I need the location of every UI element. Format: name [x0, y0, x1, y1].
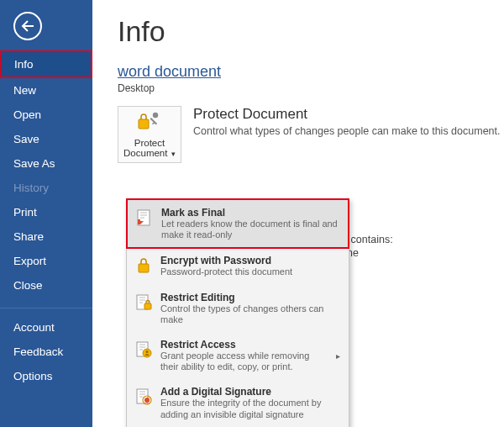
dropdown-item-signature[interactable]: Add a Digital SignatureEnsure the integr…	[127, 379, 349, 426]
nav-footer: AccountFeedbackOptions	[0, 315, 92, 388]
dropdown-item-title: Encrypt with Password	[160, 255, 292, 266]
svg-rect-5	[138, 219, 140, 224]
nav-primary: InfoNewOpenSaveSave AsHistoryPrintShareE…	[0, 50, 92, 298]
protect-document-section: ProtectDocument ▾ Protect Document Contr…	[118, 106, 504, 163]
sidebar-item-save[interactable]: Save	[0, 127, 92, 151]
dropdown-item-title: Restrict Editing	[160, 292, 340, 303]
backstage-view: InfoNewOpenSaveSave AsHistoryPrintShareE…	[0, 0, 504, 427]
dropdown-item-restrict-access[interactable]: Restrict AccessGrant people access while…	[127, 332, 349, 379]
sidebar-item-new[interactable]: New	[0, 78, 92, 103]
dropdown-item-title: Mark as Final	[161, 207, 339, 219]
encrypt-icon	[134, 255, 154, 277]
sidebar-item-saveas[interactable]: Save As	[0, 151, 92, 176]
lock-shield-icon	[137, 110, 162, 134]
protect-heading: Protect Document	[193, 106, 501, 123]
dropdown-item-desc: Ensure the integrity of the document by …	[160, 398, 340, 419]
protect-desc: Control what types of changes people can…	[193, 125, 501, 137]
sidebar-item-history: History	[0, 176, 92, 200]
arrow-left-icon	[21, 20, 34, 32]
dropdown-item-desc: Password-protect this document	[160, 266, 292, 277]
document-location: Desktop	[118, 82, 504, 94]
dropdown-item-title: Restrict Access	[160, 339, 329, 351]
dropdown-item-mark-final[interactable]: Mark as FinalLet readers know the docume…	[126, 198, 349, 249]
chevron-right-icon: ▸	[336, 351, 340, 361]
sidebar-item-open[interactable]: Open	[0, 103, 92, 127]
sidebar-item-options[interactable]: Options	[0, 364, 92, 388]
protect-document-dropdown: Mark as FinalLet readers know the docume…	[126, 198, 349, 427]
mark-final-icon	[134, 207, 155, 240]
sidebar-item-print[interactable]: Print	[0, 200, 92, 224]
sidebar-item-close[interactable]: Close	[0, 273, 92, 298]
back-button[interactable]	[13, 12, 42, 40]
sidebar-item-share[interactable]: Share	[0, 224, 92, 249]
svg-point-11	[145, 351, 148, 353]
restrict-edit-icon	[134, 292, 154, 325]
dropdown-item-desc: Let readers know the document is final a…	[161, 219, 339, 240]
svg-rect-6	[139, 264, 149, 272]
dropdown-item-restrict-edit[interactable]: Restrict EditingControl the types of cha…	[127, 285, 349, 332]
sidebar-item-account[interactable]: Account	[0, 315, 92, 340]
nav-separator	[0, 308, 92, 308]
sidebar-item-info[interactable]: Info	[0, 50, 92, 78]
dropdown-item-title: Add a Digital Signature	[160, 386, 340, 398]
backstage-sidebar: InfoNewOpenSaveSave AsHistoryPrintShareE…	[0, 0, 92, 427]
sidebar-item-feedback[interactable]: Feedback	[0, 340, 92, 364]
restrict-access-icon	[134, 339, 154, 372]
protect-document-button[interactable]: ProtectDocument ▾	[118, 106, 181, 163]
svg-rect-8	[144, 303, 151, 309]
signature-icon	[134, 386, 154, 419]
page-title: Info	[118, 15, 504, 48]
dropdown-item-encrypt[interactable]: Encrypt with PasswordPassword-protect th…	[127, 248, 349, 284]
dropdown-item-desc: Control the types of changes others can …	[160, 303, 340, 325]
svg-rect-0	[139, 119, 149, 129]
svg-point-1	[153, 113, 158, 118]
document-title-link[interactable]: word document	[118, 63, 504, 81]
dropdown-item-desc: Grant people access while removing their…	[160, 351, 329, 372]
sidebar-item-export[interactable]: Export	[0, 249, 92, 273]
chevron-down-icon: ▾	[169, 150, 176, 158]
svg-point-14	[144, 398, 150, 403]
